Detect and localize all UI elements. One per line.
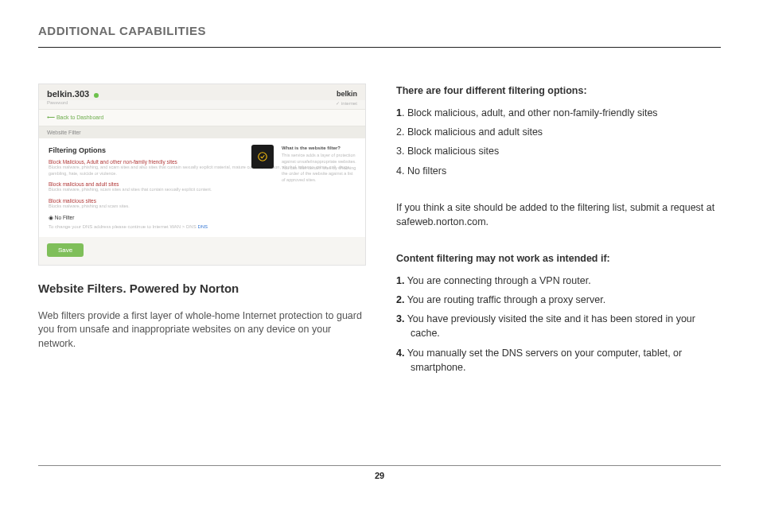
- caveat-4: 4. You manually set the DNS servers on y…: [396, 346, 721, 375]
- help-sidebar: What is the website filter? This service…: [282, 145, 357, 184]
- help-body: This service adds a layer of protection …: [282, 153, 356, 182]
- status-dot-icon: [94, 93, 99, 98]
- breadcrumb: Website Filter: [39, 126, 365, 138]
- caveat-3: 3. You have previously visited the site …: [396, 312, 721, 340]
- section-heading: Website Filters. Powered by Norton: [38, 282, 364, 295]
- norton-badge-icon: [251, 145, 274, 169]
- svg-point-0: [259, 153, 267, 161]
- router-name: belkin.303: [47, 89, 89, 99]
- safeweb-note: If you think a site should be added to t…: [396, 200, 721, 229]
- caveat-2: 2. You are routing traffic through a pro…: [396, 293, 721, 307]
- section-paragraph: Web filters provide a first layer of who…: [38, 309, 364, 351]
- option-4-desc: To change your DNS address please contin…: [49, 224, 356, 229]
- filter-option-1: 1. Block malicious, adult, and other non…: [396, 106, 721, 120]
- sub-internet: ✓ internet: [336, 100, 357, 106]
- option-4-label: ◉ No Filter: [49, 215, 356, 221]
- router-admin-screenshot: belkin.303 belkin Password ✓ internet ⟵ …: [38, 83, 366, 266]
- footer-rule: [38, 465, 721, 466]
- help-title: What is the website filter?: [282, 145, 357, 151]
- filter-option-4: 4. No filters: [396, 164, 721, 178]
- page-header: ADDITIONAL CAPABILITIES: [38, 24, 721, 37]
- save-button: Save: [47, 243, 84, 257]
- filter-option-3: 3. Block malicious sites: [396, 144, 721, 158]
- caveat-1: 1. You are connecting through a VPN rout…: [396, 274, 721, 288]
- belkin-logo: belkin: [337, 90, 357, 98]
- sub-password: Password: [47, 100, 68, 106]
- back-to-dashboard: ⟵ Back to Dashboard: [39, 109, 365, 126]
- option-2-desc: Blocks malware, phishing, scam sites and…: [49, 187, 356, 193]
- page-number: 29: [0, 471, 759, 480]
- option-3-label: Block malicious sites: [49, 198, 356, 204]
- filtering-options-heading: There are four different filtering optio…: [396, 83, 721, 98]
- header-rule: [38, 47, 721, 48]
- caveats-heading: Content filtering may not work as intend…: [396, 251, 721, 266]
- filter-option-2: 2. Block malicious and adult sites: [396, 125, 721, 139]
- option-3-desc: Blocks malware, phishing and scam sites.: [49, 204, 356, 210]
